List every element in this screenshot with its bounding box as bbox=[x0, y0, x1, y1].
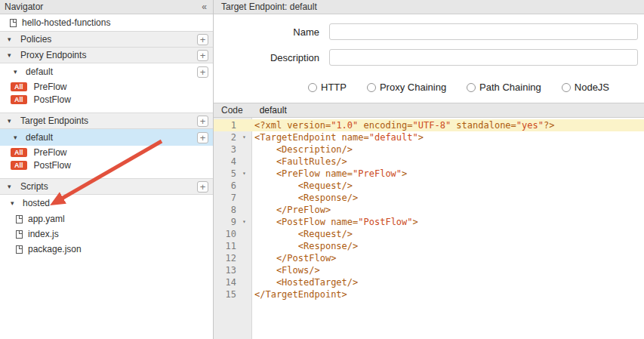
code-line[interactable]: 13 <Flows/> bbox=[214, 264, 644, 276]
code-text: <PostFlow name="PostFlow"> bbox=[252, 216, 418, 228]
fold-gutter bbox=[236, 143, 252, 156]
condition-badge: All bbox=[11, 161, 27, 170]
code-line[interactable]: 12 </PostFlow> bbox=[214, 252, 644, 264]
code-editor[interactable]: 1<?xml version="1.0" encoding="UTF-8" st… bbox=[214, 118, 644, 339]
chevron-down-icon: ▾ bbox=[8, 183, 15, 190]
tree-item-hosted-folder[interactable]: ▾ hosted bbox=[0, 195, 213, 211]
flow-label: PostFlow bbox=[34, 160, 71, 171]
fold-gutter bbox=[236, 264, 252, 276]
tree-item-proxy-preflow[interactable]: All PreFlow bbox=[0, 80, 213, 93]
add-proxy-endpoint-button[interactable]: + bbox=[197, 50, 208, 61]
code-line[interactable]: 15</TargetEndpoint> bbox=[214, 288, 644, 300]
line-number: 6 bbox=[214, 180, 236, 192]
add-policy-button[interactable]: + bbox=[197, 34, 208, 45]
bundle-name: hello-hosted-functions bbox=[22, 17, 110, 28]
line-number: 14 bbox=[214, 276, 236, 288]
tree-item-file-package-json[interactable]: package.json bbox=[0, 242, 213, 257]
line-number: 11 bbox=[214, 240, 236, 252]
code-line[interactable]: 11 <Response/> bbox=[214, 240, 644, 252]
fold-toggle-icon[interactable]: ▾ bbox=[236, 168, 252, 180]
navigator-header: Navigator « bbox=[0, 0, 213, 14]
code-line[interactable]: 4 <FaultRules/> bbox=[214, 156, 644, 168]
radio-icon bbox=[367, 83, 376, 92]
code-line[interactable]: 14 <HostedTarget/> bbox=[214, 276, 644, 288]
section-policies[interactable]: ▾ Policies + bbox=[0, 31, 213, 48]
code-line[interactable]: 1<?xml version="1.0" encoding="UTF-8" st… bbox=[214, 119, 644, 131]
fold-toggle-icon[interactable]: ▾ bbox=[236, 216, 252, 228]
endpoint-form: Name Description HTTP Proxy Chaining P bbox=[214, 14, 644, 93]
folder-name: hosted bbox=[23, 198, 50, 208]
description-input[interactable] bbox=[329, 49, 638, 66]
detail-title: Target Endpoint: default bbox=[221, 2, 317, 12]
section-policies-label: Policies bbox=[20, 34, 192, 45]
name-input[interactable] bbox=[329, 23, 638, 40]
file-name: index.js bbox=[28, 229, 59, 239]
radio-proxy-chaining[interactable]: Proxy Chaining bbox=[367, 82, 446, 93]
code-text: <Response/> bbox=[252, 192, 358, 204]
section-proxy-endpoints-label: Proxy Endpoints bbox=[20, 50, 192, 60]
line-number: 8 bbox=[214, 204, 236, 216]
radio-nodejs[interactable]: NodeJS bbox=[562, 82, 609, 93]
detail-header: Target Endpoint: default bbox=[214, 0, 644, 14]
code-line[interactable]: 6 <Request/> bbox=[214, 180, 644, 192]
tree-item-proxy-postflow[interactable]: All PostFlow bbox=[0, 93, 213, 106]
tree-item-target-preflow[interactable]: All PreFlow bbox=[0, 146, 213, 159]
tree-item-file-index-js[interactable]: index.js bbox=[0, 227, 213, 242]
tree-item-bundle[interactable]: hello-hosted-functions bbox=[0, 14, 213, 31]
radio-label: Proxy Chaining bbox=[380, 82, 446, 93]
proxy-endpoint-name: default bbox=[26, 66, 193, 77]
radio-icon bbox=[467, 83, 476, 92]
fold-toggle-icon[interactable]: ▾ bbox=[236, 131, 252, 143]
code-line[interactable]: 9▾ <PostFlow name="PostFlow"> bbox=[214, 216, 644, 228]
file-icon bbox=[10, 19, 17, 27]
code-text: <FaultRules/> bbox=[252, 156, 347, 168]
fold-gutter bbox=[236, 119, 252, 131]
chevron-down-icon: ▾ bbox=[14, 134, 21, 141]
file-name: package.json bbox=[28, 244, 82, 254]
tree-item-file-app-yaml[interactable]: app.yaml bbox=[0, 211, 213, 227]
code-text: <Description/> bbox=[252, 143, 353, 156]
fold-gutter bbox=[236, 180, 252, 192]
tree-item-proxy-endpoint-default[interactable]: ▾ default + bbox=[0, 63, 213, 80]
line-number: 9 bbox=[214, 216, 236, 228]
code-text: <PreFlow name="PreFlow"> bbox=[252, 168, 407, 180]
section-scripts[interactable]: ▾ Scripts + bbox=[0, 178, 213, 195]
line-number: 4 bbox=[214, 156, 236, 168]
line-number: 7 bbox=[214, 192, 236, 204]
fold-gutter bbox=[236, 288, 252, 300]
code-line[interactable]: 8 </PreFlow> bbox=[214, 204, 644, 216]
radio-path-chaining[interactable]: Path Chaining bbox=[467, 82, 541, 93]
add-proxy-flow-button[interactable]: + bbox=[197, 66, 208, 78]
line-number: 13 bbox=[214, 264, 236, 276]
tree-item-target-postflow[interactable]: All PostFlow bbox=[0, 159, 213, 171]
condition-badge: All bbox=[11, 148, 27, 157]
line-number: 2 bbox=[214, 131, 236, 143]
target-endpoint-name: default bbox=[26, 132, 193, 143]
description-row: Description bbox=[214, 49, 638, 66]
section-target-endpoints[interactable]: ▾ Target Endpoints + bbox=[0, 112, 213, 129]
condition-badge: All bbox=[11, 82, 27, 91]
add-target-flow-button[interactable]: + bbox=[197, 132, 208, 143]
radio-label: HTTP bbox=[321, 82, 347, 93]
chevron-down-icon: ▾ bbox=[8, 118, 15, 125]
code-line[interactable]: 5▾ <PreFlow name="PreFlow"> bbox=[214, 168, 644, 180]
add-target-endpoint-button[interactable]: + bbox=[197, 116, 208, 127]
collapse-sidebar-button[interactable]: « bbox=[202, 2, 206, 12]
code-line[interactable]: 10 <Request/> bbox=[214, 228, 644, 240]
section-proxy-endpoints[interactable]: ▾ Proxy Endpoints + bbox=[0, 47, 213, 63]
code-line[interactable]: 2▾<TargetEndpoint name="default"> bbox=[214, 131, 644, 143]
radio-icon bbox=[308, 83, 317, 92]
radio-http[interactable]: HTTP bbox=[308, 82, 347, 93]
add-script-button[interactable]: + bbox=[197, 181, 208, 193]
chevron-down-icon: ▾ bbox=[8, 52, 15, 59]
tree-item-target-endpoint-default[interactable]: ▾ default + bbox=[0, 129, 213, 146]
fold-gutter bbox=[236, 228, 252, 240]
code-line[interactable]: 3 <Description/> bbox=[214, 143, 644, 156]
code-text: <HostedTarget/> bbox=[252, 276, 358, 288]
code-line[interactable]: 7 <Response/> bbox=[214, 192, 644, 204]
code-panel-label: Code bbox=[221, 105, 243, 116]
code-text: <?xml version="1.0" encoding="UTF-8" sta… bbox=[252, 119, 554, 131]
section-target-endpoints-label: Target Endpoints bbox=[20, 116, 192, 126]
navigator-title: Navigator bbox=[5, 2, 43, 12]
code-tab-default[interactable]: default bbox=[260, 105, 287, 116]
